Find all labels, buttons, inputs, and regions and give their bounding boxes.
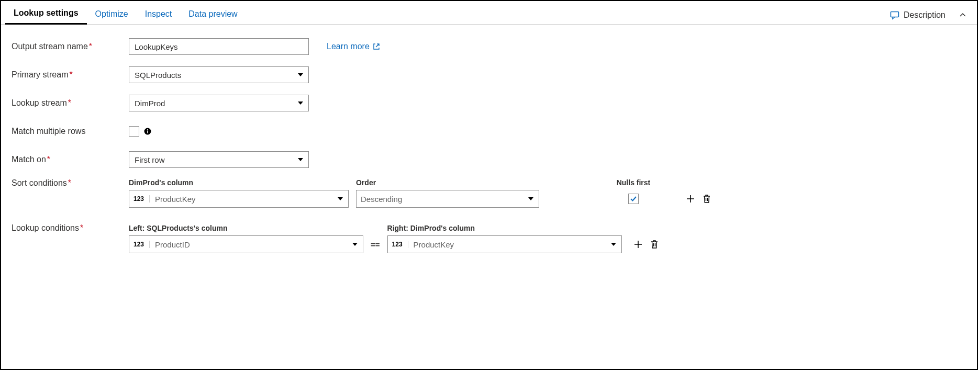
tab-data-preview[interactable]: Data preview [180,4,246,24]
lookup-condition-row: 123 ProductID == 123 ProductKey [129,235,659,253]
sort-condition-row: 123 ProductKey Descending [129,190,711,208]
delete-sort-condition-button[interactable] [703,194,711,204]
chevron-down-icon [298,73,303,76]
chevron-up-icon [959,12,966,19]
sort-nulls-header: Nulls first [602,178,665,187]
chevron-down-icon [298,102,303,105]
info-icon[interactable] [143,127,152,136]
lookup-stream-select[interactable]: DimProd [129,95,309,111]
tab-optimize[interactable]: Optimize [87,4,137,24]
output-stream-name-input[interactable] [129,38,309,55]
primary-stream-label: Primary stream* [12,70,129,80]
svg-rect-2 [147,131,148,133]
description-label: Description [904,10,945,20]
sort-order-select[interactable]: Descending [356,190,539,208]
match-on-label: Match on* [12,155,129,164]
tab-inspect[interactable]: Inspect [137,4,181,24]
chevron-down-icon [352,243,358,246]
primary-stream-select[interactable]: SQLProducts [129,66,309,83]
learn-more-link[interactable]: Learn more [327,42,380,51]
nulls-first-checkbox[interactable] [628,194,639,204]
comment-icon [890,10,899,20]
chevron-down-icon [298,158,303,161]
sort-order-header: Order [356,178,539,187]
chevron-down-icon [528,197,533,200]
datatype-badge: 123 [133,241,150,248]
match-on-select[interactable]: First row [129,151,309,168]
svg-rect-3 [147,129,148,130]
external-link-icon [373,43,380,50]
lookup-conditions-label: Lookup conditions* [12,223,129,233]
output-stream-name-label: Output stream name* [12,42,129,51]
lookup-left-column-select[interactable]: 123 ProductID [129,235,363,253]
sort-conditions-label: Sort conditions* [12,178,129,188]
sort-column-select[interactable]: 123 ProductKey [129,190,349,208]
lookup-left-header: Left: SQLProducts's column [129,224,363,232]
lookup-stream-label: Lookup stream* [12,98,129,108]
equals-operator: == [371,240,380,249]
sort-column-header: DimProd's column [129,178,349,187]
delete-lookup-condition-button[interactable] [650,240,659,249]
svg-rect-0 [890,12,898,17]
tab-lookup-settings[interactable]: Lookup settings [5,3,87,25]
add-lookup-condition-button[interactable] [633,240,643,249]
description-toggle[interactable]: Description [884,6,973,24]
datatype-badge: 123 [133,195,150,202]
add-sort-condition-button[interactable] [686,194,695,204]
match-multiple-rows-checkbox[interactable] [129,126,139,137]
chevron-down-icon [338,197,343,200]
lookup-settings-form: Output stream name* Learn more Primary s… [1,25,977,275]
config-tabs: Lookup settings Optimize Inspect Data pr… [1,1,977,25]
lookup-right-column-select[interactable]: 123 ProductKey [387,235,622,253]
chevron-down-icon [611,243,616,246]
datatype-badge: 123 [392,241,408,248]
lookup-right-header: Right: DimProd's column [387,224,622,232]
match-multiple-rows-label: Match multiple rows [12,127,129,136]
